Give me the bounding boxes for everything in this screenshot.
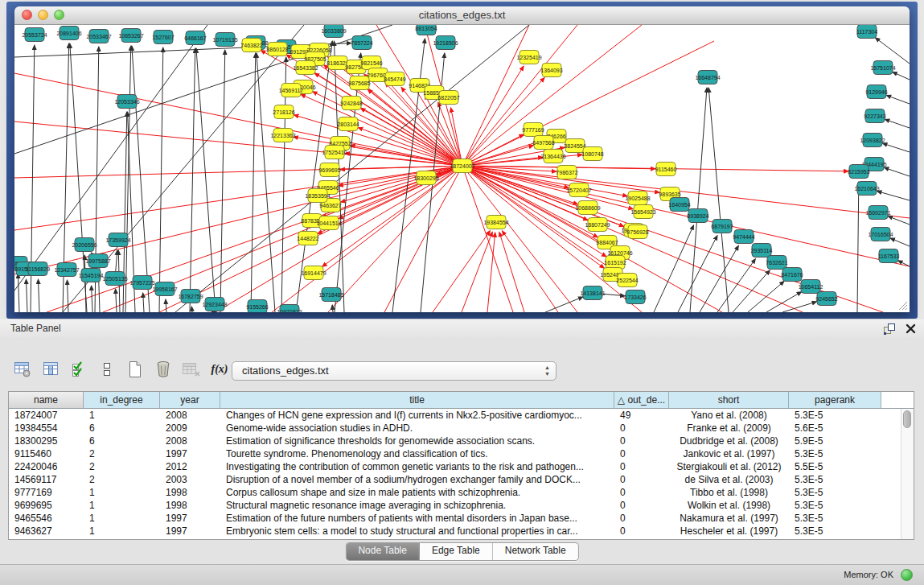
graph-edge[interactable] [462, 25, 577, 166]
graph-node[interactable]: 6879197 [711, 220, 733, 233]
graph-node[interactable]: 2522544 [616, 274, 638, 287]
graph-node[interactable]: 19025488 [625, 192, 650, 205]
graph-node[interactable]: 12053346 [114, 95, 139, 109]
table-row[interactable]: 977716911998Corpus callosum shape and si… [9, 486, 914, 499]
graph-node[interactable]: 12213363 [270, 129, 295, 142]
graph-edge[interactable] [882, 143, 910, 152]
graph-edge[interactable] [700, 245, 738, 312]
column-header-year[interactable]: year [160, 392, 220, 408]
graph-node[interactable]: 9821546 [360, 56, 382, 70]
table-row[interactable]: 969969511998Structural magnetic resonanc… [9, 499, 914, 512]
graph-node[interactable]: 8215953 [848, 165, 869, 179]
graph-edge[interactable] [18, 274, 19, 312]
graph-node[interactable]: 1080748 [581, 147, 603, 161]
graph-node[interactable]: 10653267 [118, 29, 143, 43]
graph-node[interactable]: 10441514 [316, 216, 341, 230]
graph-node[interactable]: 11545194 [79, 269, 104, 282]
graph-node[interactable]: 1167533 [878, 249, 900, 263]
graph-node[interactable]: 9227343 [864, 109, 885, 123]
graph-node[interactable]: 7632621 [766, 256, 787, 270]
graph-node[interactable]: 11156829 [26, 262, 50, 276]
graph-edge[interactable] [733, 270, 770, 312]
graph-node[interactable]: 17359924 [105, 233, 130, 247]
column-header-short[interactable]: short [669, 392, 789, 408]
graph-node[interactable]: 12505135 [102, 272, 127, 286]
graph-node[interactable]: 10970873 [277, 305, 302, 313]
graph-edge[interactable] [462, 166, 604, 268]
graph-node[interactable]: 8454749 [384, 72, 405, 86]
graph-edge[interactable] [462, 166, 598, 237]
graph-node[interactable]: 14138141 [580, 286, 605, 300]
graph-edge[interactable] [38, 279, 39, 312]
table-row[interactable]: 1872400712008Changes of HCN gene express… [9, 409, 914, 422]
delete-column-icon[interactable] [154, 360, 173, 379]
graph-node[interactable]: 1527607 [152, 31, 174, 44]
graph-node[interactable]: 9756928 [626, 225, 648, 239]
graph-edge[interactable] [132, 46, 150, 312]
graph-node[interactable]: 8938924 [687, 209, 708, 223]
graph-node[interactable]: 16033809 [321, 25, 346, 38]
table-row[interactable]: 1938455462009Genome-wide association stu… [9, 422, 914, 435]
graph-edge[interactable] [877, 192, 910, 200]
graph-edge[interactable] [545, 297, 583, 312]
graph-node[interactable]: 12325419 [516, 51, 541, 64]
graph-node[interactable]: 19218506 [433, 36, 458, 50]
graph-edge[interactable] [14, 166, 462, 178]
graph-node[interactable]: 16914479 [301, 266, 326, 280]
graph-node[interactable]: 8471676 [781, 268, 803, 282]
column-visibility-icon[interactable] [41, 360, 60, 379]
graph-node[interactable]: 9129946 [865, 85, 887, 99]
graph-edge[interactable] [499, 232, 524, 312]
scrollbar-thumb[interactable] [903, 410, 911, 428]
graph-node[interactable]: 10719135 [212, 33, 237, 47]
graph-node[interactable]: 1640954 [668, 198, 690, 212]
graph-node[interactable]: 1733426 [624, 290, 646, 304]
graph-node[interactable]: 18353594 [305, 189, 330, 203]
graph-node[interactable]: 10688609 [575, 201, 600, 215]
graph-node[interactable]: 1615192 [604, 256, 626, 270]
graph-edge[interactable] [893, 72, 910, 80]
graph-edge[interactable] [462, 166, 627, 196]
graph-node[interactable]: 9777169 [522, 123, 544, 137]
graph-node[interactable]: 21364436 [540, 150, 565, 163]
graph-edge[interactable] [462, 232, 492, 312]
graph-node[interactable]: 19958167 [152, 282, 177, 296]
graph-node[interactable]: 12923448 [202, 298, 227, 311]
graph-node[interactable]: 19384554 [483, 216, 508, 229]
graph-edge[interactable] [890, 238, 910, 246]
graph-node[interactable]: 8860128 [266, 43, 288, 56]
graph-node[interactable]: 12093822 [860, 134, 885, 147]
graph-node[interactable]: 20206556 [72, 238, 97, 252]
network-window-titlebar[interactable]: citations_edges.txt [14, 6, 910, 25]
graph-edge[interactable] [322, 166, 462, 266]
graph-edge[interactable] [886, 95, 910, 104]
graph-edge[interactable] [166, 299, 166, 312]
graph-node[interactable]: 15718485 [318, 288, 343, 302]
tab-edge-table[interactable]: Edge Table [420, 543, 493, 560]
graph-node[interactable]: 2803144 [337, 117, 359, 131]
graph-edge[interactable] [898, 261, 910, 266]
graph-node[interactable]: 6466167 [184, 31, 206, 45]
table-select-dropdown[interactable]: citations_edges.txt ▲▼ [232, 361, 556, 381]
resize-grip[interactable] [897, 299, 908, 311]
graph-node[interactable]: 20891406 [56, 27, 81, 40]
table-row[interactable]: 946554611997Estimation of the future num… [9, 512, 914, 525]
graph-edge[interactable] [384, 166, 462, 312]
graph-node[interactable]: 20533467 [86, 30, 111, 43]
graph-node[interactable]: 19975887 [85, 254, 110, 268]
delete-table-icon[interactable] [182, 360, 201, 379]
graph-edge[interactable] [654, 225, 694, 312]
graph-node[interactable]: 9245652 [815, 292, 837, 306]
graph-node[interactable]: 9474444 [733, 230, 754, 244]
table-row[interactable]: 946362711997Embryonic stem cells: a mode… [9, 525, 914, 538]
graph-edge[interactable] [708, 88, 729, 312]
table-row[interactable]: 1830029562008Estimation of significance … [9, 435, 914, 447]
graph-edge[interactable] [717, 259, 755, 312]
column-header-title[interactable]: title [220, 392, 614, 408]
graph-edge[interactable] [257, 53, 275, 312]
row-height-icon[interactable] [97, 360, 117, 379]
graph-node[interactable]: 15751074 [870, 61, 895, 75]
graph-node[interactable]: 9155266 [246, 300, 268, 313]
graph-node[interactable]: 7463822 [240, 39, 262, 52]
graph-edge[interactable] [26, 279, 27, 312]
